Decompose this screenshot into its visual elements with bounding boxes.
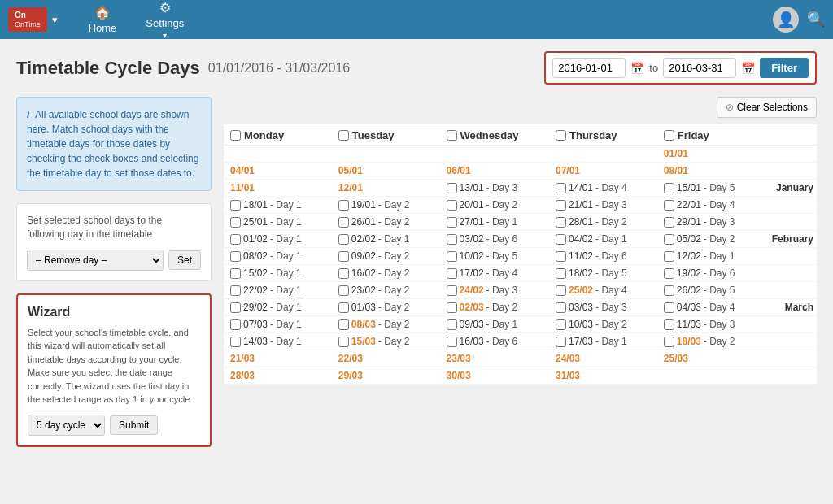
day-checkbox[interactable] (556, 200, 566, 211)
day-checkbox[interactable] (447, 183, 457, 193)
cycle-select[interactable]: 5 day cycle (28, 415, 105, 436)
calendar-cell: 14/01 - Day 4 (549, 180, 657, 197)
day-checkbox[interactable] (338, 285, 349, 296)
day-checkbox[interactable] (664, 234, 674, 245)
nav-home[interactable]: 🏠 Home (74, 0, 132, 39)
day-checkbox[interactable] (447, 337, 457, 347)
day-label: - Day 3 (704, 216, 735, 228)
day-checkbox[interactable] (338, 302, 349, 313)
day-checkbox[interactable] (447, 200, 457, 211)
calendar-from-icon[interactable]: 📅 (630, 62, 644, 75)
day-checkbox[interactable] (230, 200, 241, 211)
monday-label: Monday (244, 129, 284, 141)
set-row: – Remove day – Set (27, 250, 201, 271)
calendar-to-icon[interactable]: 📅 (741, 62, 755, 75)
day-checkbox[interactable] (338, 319, 349, 330)
wizard-title: Wizard (28, 305, 200, 319)
day-checkbox[interactable] (664, 337, 674, 347)
day-checkbox[interactable] (664, 285, 674, 296)
day-checkbox[interactable] (338, 217, 349, 228)
calendar-cell: 04/03 - Day 4 (657, 299, 765, 316)
day-checkbox[interactable] (230, 302, 241, 313)
month-label (765, 163, 817, 180)
set-button[interactable]: Set (168, 250, 201, 270)
day-checkbox[interactable] (338, 234, 349, 245)
date-value: 11/02 (569, 250, 593, 262)
day-label: - Day 4 (595, 285, 627, 296)
day-checkbox[interactable] (230, 234, 241, 245)
avatar[interactable]: 👤 (773, 7, 799, 33)
day-checkbox[interactable] (230, 217, 241, 228)
clear-selections-button[interactable]: Clear Selections (717, 97, 817, 118)
day-checkbox[interactable] (338, 251, 349, 262)
day-checkbox[interactable] (664, 251, 674, 262)
day-checkbox[interactable] (664, 217, 674, 228)
table-row: 04/0105/0106/0107/0108/01 (224, 163, 817, 180)
day-checkbox[interactable] (230, 285, 241, 296)
day-label: - Day 1 (270, 233, 302, 245)
day-checkbox[interactable] (447, 285, 457, 296)
day-checkbox[interactable] (556, 285, 566, 296)
filter-button[interactable]: Filter (760, 58, 809, 78)
date-value: 18/03 (677, 336, 701, 347)
calendar-cell: 06/01 (440, 163, 549, 180)
friday-col-checkbox[interactable] (664, 130, 674, 141)
day-label: - Day 1 (378, 233, 410, 245)
day-checkbox[interactable] (230, 268, 241, 279)
day-checkbox[interactable] (664, 319, 674, 330)
day-checkbox[interactable] (556, 251, 566, 262)
calendar-cell: 07/01 (549, 163, 657, 180)
day-checkbox[interactable] (664, 302, 674, 313)
date-value: 17/03 (569, 336, 593, 347)
nav-settings[interactable]: ⚙ Settings ▾ (131, 0, 198, 39)
calendar-cell: 24/02 - Day 3 (440, 282, 549, 299)
filter-from-date[interactable] (552, 58, 626, 78)
day-checkbox[interactable] (447, 217, 457, 228)
day-label: - Day 6 (595, 250, 627, 262)
day-checkbox[interactable] (664, 183, 674, 193)
day-label: - Day 2 (378, 216, 410, 228)
day-checkbox[interactable] (556, 217, 566, 228)
day-checkbox[interactable] (338, 337, 349, 347)
day-checkbox[interactable] (338, 268, 349, 279)
brand-dropdown[interactable]: ▾ (52, 14, 58, 26)
calendar-cell: 05/02 - Day 2 (657, 231, 765, 248)
search-icon[interactable]: 🔍 (807, 11, 825, 28)
thursday-col-checkbox[interactable] (556, 130, 566, 141)
tuesday-col-checkbox[interactable] (338, 130, 349, 141)
day-checkbox[interactable] (664, 200, 674, 211)
calendar-cell (657, 367, 765, 385)
day-checkbox[interactable] (447, 302, 457, 313)
date-value: 13/01 (460, 182, 484, 193)
day-checkbox[interactable] (556, 234, 566, 245)
day-checkbox[interactable] (230, 251, 241, 262)
day-checkbox[interactable] (664, 268, 674, 279)
day-checkbox[interactable] (338, 200, 349, 211)
date-value: 01/03 (351, 302, 376, 313)
filter-to-date[interactable] (663, 58, 736, 78)
day-checkbox[interactable] (447, 234, 457, 245)
monday-col-checkbox[interactable] (230, 130, 241, 141)
day-checkbox[interactable] (447, 319, 457, 330)
month-label (765, 197, 817, 214)
day-checkbox[interactable] (447, 268, 457, 279)
remove-day-select[interactable]: – Remove day – (27, 250, 164, 271)
day-checkbox[interactable] (556, 337, 566, 347)
day-checkbox[interactable] (556, 302, 566, 313)
day-checkbox[interactable] (556, 319, 566, 330)
brand-logo[interactable]: On OnTime (8, 7, 47, 33)
day-checkbox[interactable] (230, 337, 241, 347)
calendar-body: 01/0104/0105/0106/0107/0108/0111/0112/01… (224, 146, 817, 385)
wizard-submit-button[interactable]: Submit (110, 415, 158, 435)
page-header: Timetable Cycle Days 01/01/2016 - 31/03/… (16, 51, 817, 85)
day-checkbox[interactable] (556, 183, 566, 193)
calendar-cell: 02/02 - Day 1 (332, 231, 440, 248)
col-wednesday: Wednesday (440, 124, 549, 146)
calendar-cell: 21/01 - Day 3 (549, 197, 657, 214)
wednesday-col-checkbox[interactable] (447, 130, 457, 141)
calendar-cell: 28/01 - Day 2 (549, 214, 657, 231)
day-checkbox[interactable] (556, 268, 566, 279)
day-checkbox[interactable] (230, 319, 241, 330)
day-checkbox[interactable] (447, 251, 457, 262)
day-label: - Day 5 (486, 250, 518, 262)
